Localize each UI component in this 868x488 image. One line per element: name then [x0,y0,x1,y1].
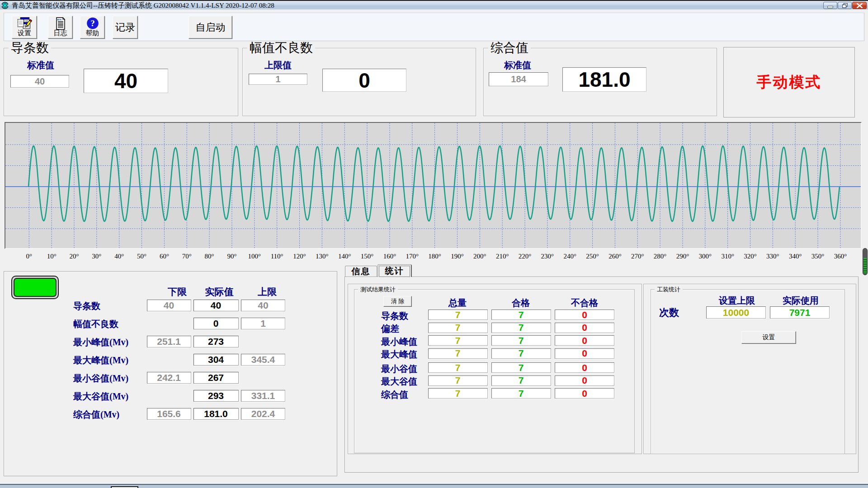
settings-button-label: 设置 [12,29,37,38]
minimize-icon [827,6,833,8]
composite-std-input[interactable]: 184 [489,72,548,86]
stats-total-box: 7 [428,362,488,373]
results-header: 下限 [168,286,187,298]
bar-count-display: 40 [84,69,168,93]
results-lower-box[interactable]: 251.1 [147,336,191,347]
results-panel: 下限实际值上限 导条数404040幅值不良数01最小峰值(Mv)251.1273… [4,271,337,476]
bar-count-groupbox: 导条数 标准值 40 40 [4,48,238,116]
tab-focus-rect [379,266,410,277]
restore-icon [842,3,848,8]
pass-lamp-light [14,278,57,297]
results-upper-box[interactable]: 202.4 [241,408,285,420]
log-button-label: 日志 [48,29,72,38]
tooling-header-used: 实际使用 [783,295,819,307]
stats-row-label: 最大峰值 [381,348,417,361]
restore-button[interactable] [838,2,852,9]
settings-icon [17,17,32,30]
tooling-set-button[interactable]: 设置 [741,331,796,344]
stats-fail-box: 0 [555,310,614,320]
help-button-label: 帮助 [80,29,104,38]
stats-pass-box: 7 [491,348,551,359]
composite-groupbox: 综合值 标准值 184 181.0 [483,48,717,116]
stats-pass-box: 7 [491,362,551,373]
composite-display: 181.0 [562,67,646,92]
clear-button[interactable]: 清 除 [383,296,412,307]
tooling-header-limit: 设置上限 [719,295,755,307]
results-row-label: 最大谷值(Mv) [73,390,128,403]
stats-total-box: 7 [428,323,488,333]
help-icon-glyph: ? [90,19,95,28]
help-button[interactable]: ? 帮助 [80,16,105,39]
bar-count-std-input[interactable]: 40 [10,75,69,88]
test-stats-title: 测试结果统计 [358,286,398,292]
stats-fail-box: 0 [555,388,614,399]
stats-row-label: 最小峰值 [381,336,417,348]
stats-row-label: 综合值 [381,389,408,401]
pass-lamp [11,276,59,299]
stats-tabpage: 测试结果统计 清 除 总量合格不合格 导条数770偏差770最小峰值770最大峰… [344,277,859,473]
results-row-label: 综合值(Mv) [73,408,119,421]
tab-info[interactable]: 信息 [345,266,377,277]
results-upper-box[interactable]: 331.1 [241,390,285,402]
stats-header: 合格 [512,297,530,309]
stats-pass-box: 7 [491,323,551,333]
tooling-used-box: 7971 [770,306,830,319]
stats-total-box: 7 [428,335,488,346]
tooling-used-value: 7971 [789,307,811,318]
results-upper-box[interactable]: 40 [241,300,285,311]
tooling-limit-value: 10000 [723,307,749,318]
amplitude-defect-display-value: 0 [359,68,370,93]
x-axis-tick-label: 360° [827,253,854,260]
log-icon [55,17,66,30]
bar-count-title: 导条数 [9,42,51,54]
close-icon [857,3,863,8]
stats-header: 不合格 [571,297,598,309]
app-window: 青岛艾普智能仪器有限公司--压铸转子测试系统 G202008042 V1.1.4… [0,0,868,488]
tab-stats[interactable]: 统计 [377,264,412,277]
composite-title: 综合值 [488,42,531,54]
usage-thermometer-fill [863,258,867,274]
stats-total-box: 7 [428,348,488,359]
waveform-chart [5,122,862,249]
stats-row-label: 导条数 [381,310,408,322]
settings-button[interactable]: 设置 [12,16,37,39]
stats-fail-box: 0 [555,335,614,346]
tooling-limit-input[interactable]: 10000 [706,306,766,319]
bar-count-display-value: 40 [114,69,137,93]
autostart-button[interactable]: 自启动 [189,16,232,39]
results-actual-box: 181.0 [193,408,239,420]
stats-pass-box: 7 [491,375,551,386]
taskbar-peek [111,486,138,488]
results-lower-box[interactable]: 40 [147,300,191,311]
close-button[interactable] [852,2,867,9]
results-upper-box[interactable]: 1 [241,318,285,329]
amplitude-defect-limit-input[interactable]: 1 [249,74,307,85]
minimize-button[interactable] [823,2,837,9]
record-button-label: 记录 [115,21,135,34]
results-row-label: 导条数 [73,300,100,312]
bar-count-std-label: 标准值 [23,59,59,71]
waveform-plot [5,123,861,248]
results-row-label: 最小峰值(Mv) [73,336,128,348]
stats-pass-box: 7 [491,335,551,346]
amplitude-defect-display: 0 [322,69,406,92]
mode-panel: 手动模式 [723,47,855,117]
stats-fail-box: 0 [555,348,614,359]
log-button[interactable]: 日志 [48,16,73,39]
results-row-label: 幅值不良数 [73,318,118,330]
amplitude-defect-title: 幅值不良数 [247,42,315,54]
autostart-button-label: 自启动 [196,21,226,34]
results-actual-box: 304 [193,354,239,366]
stats-total-box: 7 [428,375,488,386]
results-header: 实际值 [205,286,234,298]
stats-total-box: 7 [428,310,488,320]
record-button[interactable]: 记录 [113,16,138,39]
results-upper-box[interactable]: 345.4 [241,354,285,366]
amplitude-defect-limit-value: 1 [275,74,280,84]
stats-row-label: 偏差 [381,323,399,335]
tooling-inner-panel: 工装统计 设置上限 实际使用 次数 10000 7971 设置 [643,284,856,454]
bar-count-std-value: 40 [35,76,45,87]
results-lower-box[interactable]: 242.1 [147,372,191,384]
results-lower-box[interactable]: 165.6 [147,408,191,420]
stats-fail-box: 0 [555,375,614,386]
